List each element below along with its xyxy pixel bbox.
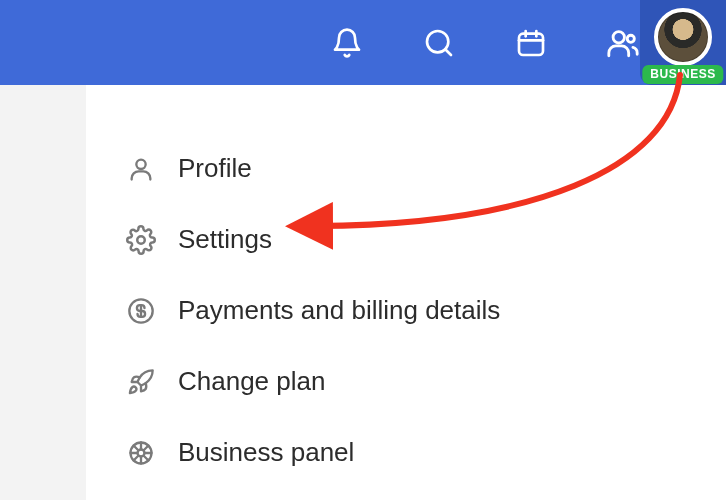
wheel-icon — [126, 438, 156, 468]
menu-item-change-plan[interactable]: Change plan — [126, 346, 706, 417]
plan-badge: BUSINESS — [642, 65, 723, 84]
menu-item-label: Payments and billing details — [178, 295, 500, 326]
calendar-icon[interactable] — [513, 25, 549, 61]
account-dropdown-menu: Profile Settings Payments and billing de… — [86, 85, 726, 500]
rocket-icon — [126, 367, 156, 397]
avatar — [654, 8, 712, 66]
menu-item-settings[interactable]: Settings — [126, 204, 706, 275]
menu-item-label: Business panel — [178, 437, 354, 468]
people-icon[interactable] — [605, 25, 641, 61]
dollar-icon — [126, 296, 156, 326]
user-icon — [126, 154, 156, 184]
bell-icon[interactable] — [329, 25, 365, 61]
svg-point-8 — [136, 159, 145, 168]
gear-icon — [126, 225, 156, 255]
svg-line-18 — [143, 455, 148, 460]
svg-point-9 — [137, 236, 145, 244]
svg-line-1 — [445, 49, 451, 55]
search-icon[interactable] — [421, 25, 457, 61]
menu-item-label: Profile — [178, 153, 252, 184]
menu-item-business-panel[interactable]: Business panel — [126, 417, 706, 488]
svg-line-20 — [143, 445, 148, 450]
svg-point-7 — [627, 35, 634, 42]
top-header — [0, 0, 726, 85]
menu-item-profile[interactable]: Profile — [126, 133, 706, 204]
svg-point-6 — [613, 31, 624, 42]
avatar-menu-trigger[interactable]: BUSINESS — [640, 0, 726, 85]
menu-item-label: Settings — [178, 224, 272, 255]
svg-line-19 — [134, 455, 139, 460]
menu-item-payments[interactable]: Payments and billing details — [126, 275, 706, 346]
svg-rect-2 — [519, 33, 543, 54]
menu-item-label: Change plan — [178, 366, 325, 397]
left-rail — [0, 85, 86, 500]
svg-line-17 — [134, 445, 139, 450]
